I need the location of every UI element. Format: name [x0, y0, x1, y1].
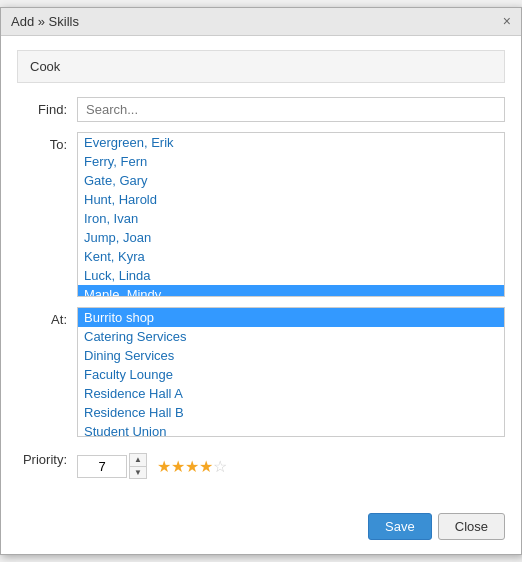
to-label: To:: [17, 132, 77, 152]
star-filled-icon[interactable]: ★: [171, 458, 185, 475]
to-list-item[interactable]: Ferry, Fern: [78, 152, 504, 171]
save-button[interactable]: Save: [368, 513, 432, 540]
at-list-item[interactable]: Residence Hall B: [78, 403, 504, 422]
search-input[interactable]: [77, 97, 505, 122]
to-list-item[interactable]: Jump, Joan: [78, 228, 504, 247]
find-label: Find:: [17, 97, 77, 117]
at-list-item[interactable]: Student Union: [78, 422, 504, 437]
dialog-titlebar: Add » Skills ×: [1, 8, 521, 36]
to-list-item[interactable]: Iron, Ivan: [78, 209, 504, 228]
at-row: At: Burrito shopCatering ServicesDining …: [17, 307, 505, 437]
star-filled-icon[interactable]: ★: [185, 458, 199, 475]
star-filled-icon[interactable]: ★: [157, 458, 171, 475]
close-icon[interactable]: ×: [503, 14, 511, 28]
priority-input[interactable]: [77, 455, 127, 478]
at-list-item[interactable]: Residence Hall A: [78, 384, 504, 403]
to-list-item[interactable]: Evergreen, Erik: [78, 133, 504, 152]
at-list-item[interactable]: Burrito shop: [78, 308, 504, 327]
add-skills-dialog: Add » Skills × Cook Find: To: Evergreen,…: [0, 7, 522, 555]
at-list-item[interactable]: Catering Services: [78, 327, 504, 346]
star-empty-icon[interactable]: ☆: [213, 458, 227, 475]
skill-name: Cook: [17, 50, 505, 83]
to-listbox[interactable]: Evergreen, ErikFerry, FernGate, GaryHunt…: [77, 132, 505, 297]
priority-stars: ★★★★☆: [157, 457, 227, 476]
spinner-down-icon[interactable]: ▼: [130, 467, 146, 479]
dialog-body: Cook Find: To: Evergreen, ErikFerry, Fer…: [1, 36, 521, 503]
at-label: At:: [17, 307, 77, 327]
at-control: Burrito shopCatering ServicesDining Serv…: [77, 307, 505, 437]
at-list-item[interactable]: Dining Services: [78, 346, 504, 365]
to-row: To: Evergreen, ErikFerry, FernGate, Gary…: [17, 132, 505, 297]
find-row: Find:: [17, 97, 505, 122]
to-list-item[interactable]: Kent, Kyra: [78, 247, 504, 266]
close-button[interactable]: Close: [438, 513, 505, 540]
to-list-item[interactable]: Hunt, Harold: [78, 190, 504, 209]
priority-label: Priority:: [17, 447, 77, 467]
spinner-up-icon[interactable]: ▲: [130, 454, 146, 467]
find-control: [77, 97, 505, 122]
priority-row: Priority: ▲ ▼ ★★★★☆: [17, 447, 505, 479]
dialog-footer: Save Close: [1, 503, 521, 554]
at-list-item[interactable]: Faculty Lounge: [78, 365, 504, 384]
to-list-item[interactable]: Gate, Gary: [78, 171, 504, 190]
priority-control: ▲ ▼ ★★★★☆: [77, 447, 505, 479]
dialog-title: Add » Skills: [11, 14, 79, 29]
priority-spinner[interactable]: ▲ ▼: [129, 453, 147, 479]
to-list-item[interactable]: Luck, Linda: [78, 266, 504, 285]
to-control: Evergreen, ErikFerry, FernGate, GaryHunt…: [77, 132, 505, 297]
at-listbox[interactable]: Burrito shopCatering ServicesDining Serv…: [77, 307, 505, 437]
to-list-item[interactable]: Maple, Mindy: [78, 285, 504, 297]
star-filled-icon[interactable]: ★: [199, 458, 213, 475]
